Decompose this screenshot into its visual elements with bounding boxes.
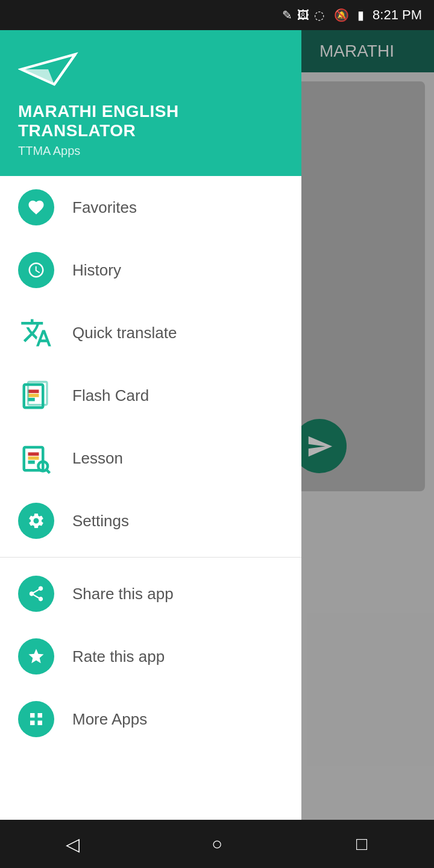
rate-label: Rate this app [72,647,165,666]
back-button[interactable]: ◁ [54,826,90,862]
lesson-label: Lesson [72,449,123,468]
svg-marker-1 [21,69,54,84]
share-icon [18,576,54,612]
status-time: 8:21 PM [373,7,422,23]
sidebar-item-favorites[interactable]: Favorites [0,176,301,239]
photo-icon: 🖼 [297,8,309,22]
more-apps-label: More Apps [72,710,147,729]
lesson-icon [18,440,54,476]
sidebar-item-flash-card[interactable]: Flash Card [0,364,301,427]
app-logo [18,48,283,93]
sync-icon: ◌ [314,8,324,22]
sidebar-item-rate[interactable]: Rate this app [0,625,301,688]
history-label: History [72,261,121,280]
settings-label: Settings [72,512,129,530]
drawer-menu: Favorites History Quick translate [0,176,301,868]
drawer-app-sub: TTMA Apps [18,144,283,158]
gear-icon [18,503,54,539]
sidebar-item-quick-translate[interactable]: Quick translate [0,301,301,364]
battery-icon: ▮ [357,8,364,22]
translate-icon [18,315,54,351]
menu-divider [0,557,301,558]
grid-icon [18,701,54,737]
sidebar-item-history[interactable]: History [0,239,301,301]
favorites-label: Favorites [72,198,137,217]
quick-translate-label: Quick translate [72,324,177,342]
status-icons: ✎ 🖼 ◌ 🔕 ▮ 8:21 PM [282,7,422,23]
sidebar-item-share[interactable]: Share this app [0,562,301,625]
navigation-drawer: MARATHI ENGLISH TRANSLATOR TTMA Apps Fav… [0,30,301,868]
back-icon: ◁ [66,834,80,855]
recents-button[interactable]: □ [344,826,380,862]
star-icon [18,638,54,675]
clock-icon [18,252,54,288]
drawer-header: MARATHI ENGLISH TRANSLATOR TTMA Apps [0,30,301,176]
share-label: Share this app [72,585,174,603]
sidebar-item-settings[interactable]: Settings [0,489,301,552]
mute-icon: 🔕 [334,8,349,22]
home-button[interactable]: ○ [199,826,235,862]
sidebar-item-lesson[interactable]: Lesson [0,427,301,489]
sidebar-item-more-apps[interactable]: More Apps [0,688,301,750]
status-bar: ✎ 🖼 ◌ 🔕 ▮ 8:21 PM [0,0,434,30]
drawer-app-name: MARATHI ENGLISH TRANSLATOR [18,102,283,140]
heart-icon [18,189,54,225]
recents-icon: □ [356,834,367,854]
home-icon: ○ [212,834,222,854]
flash-card-label: Flash Card [72,386,149,405]
task-icon: ✎ [282,8,292,22]
flashcard-icon [18,377,54,414]
navigation-bar: ◁ ○ □ [0,820,434,868]
svg-line-13 [46,470,50,473]
